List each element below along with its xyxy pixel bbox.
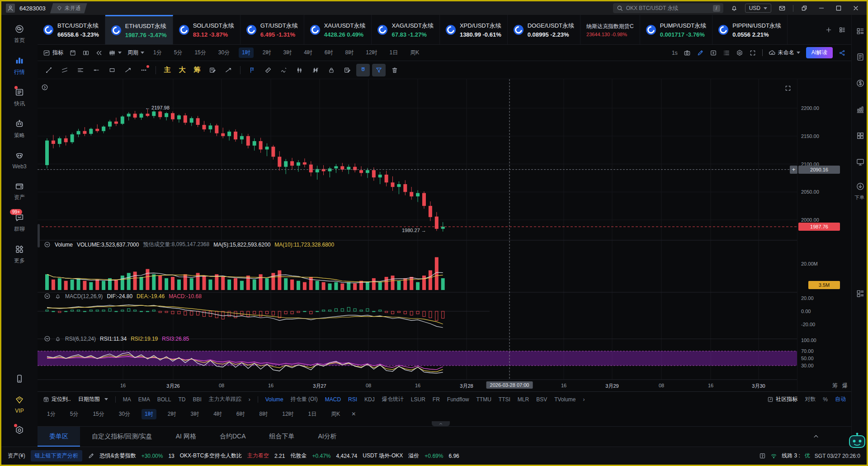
indicator-item[interactable]: ›: [249, 396, 250, 403]
parallel-channel-button[interactable]: [58, 64, 71, 76]
arrow-line-button[interactable]: [222, 64, 235, 76]
status-item[interactable]: 链上链下资产分析: [31, 450, 82, 461]
sidebar-item-更多[interactable]: 更多: [14, 244, 25, 265]
rectangle-tool-button[interactable]: [105, 64, 119, 76]
ticker-tab[interactable]: GT/USDT永续6.495 -1.31%: [241, 15, 304, 44]
layout-grid-button[interactable]: [855, 289, 865, 299]
period-button[interactable]: 1日: [387, 48, 401, 58]
indicator-item[interactable]: EMA: [138, 396, 150, 403]
save-layout-button[interactable]: [69, 49, 76, 57]
period-button[interactable]: 3时: [280, 48, 295, 58]
grid-panel-button[interactable]: [855, 131, 865, 141]
sidebar-item-快讯[interactable]: 快讯: [14, 87, 25, 108]
price-axis[interactable]: 2200.002150.002100.002050.002000.0020.00…: [797, 79, 850, 391]
notes-button[interactable]: [340, 64, 354, 76]
chev-circle-icon[interactable]: [44, 293, 51, 300]
interval-button[interactable]: 4时: [210, 409, 225, 419]
ticker-tab[interactable]: PIPPIN/USDT永续0.0556 2.21%: [712, 15, 788, 44]
indicator-item[interactable]: MACD: [325, 396, 341, 403]
ai-explain-button[interactable]: AI解读: [806, 47, 833, 58]
indicator-item[interactable]: MLR: [518, 396, 529, 403]
annotate-button[interactable]: [697, 49, 704, 57]
account-status-badge[interactable]: 未开通: [50, 3, 87, 14]
sidebar-item-资产[interactable]: 资产: [14, 181, 25, 201]
interval-button[interactable]: 周K: [328, 409, 343, 419]
ticker-tab[interactable]: PUMP/USDT永续0.001717 -3.76%: [640, 15, 713, 44]
ticker-list-button[interactable]: [839, 26, 846, 33]
sidebar-item-phone[interactable]: [14, 374, 24, 384]
mail-button[interactable]: [776, 3, 788, 14]
sidebar-item-Web3[interactable]: Web3: [12, 151, 26, 170]
glyph-button-1[interactable]: 大: [176, 66, 189, 74]
axis-toggle-buttons[interactable]: 筹爆: [832, 382, 848, 390]
interval-button[interactable]: 2时: [165, 409, 179, 419]
sidebar-item-gear-hex[interactable]: [14, 425, 24, 435]
period-button[interactable]: 1时: [239, 48, 254, 58]
period-button[interactable]: 周K: [407, 48, 422, 58]
ticker-tab[interactable]: XAG/USDT永续67.83 -1.27%: [372, 15, 439, 44]
sidebar-item-首页[interactable]: 首页: [14, 24, 25, 44]
interval-button[interactable]: 15分: [90, 409, 107, 419]
add-ticker-button[interactable]: [825, 26, 832, 33]
period-button[interactable]: 5分: [171, 48, 186, 58]
tab-自定义指标/回测/实盘[interactable]: 自定义指标/回测/实盘: [80, 427, 164, 447]
glyph-button-2[interactable]: 筹: [191, 66, 203, 74]
interval-button[interactable]: 5分: [67, 409, 82, 419]
indicator-item[interactable]: Fundflow: [447, 396, 469, 403]
indicator-item[interactable]: LSUR: [411, 396, 425, 403]
notifications-button[interactable]: [728, 3, 741, 14]
price-flag-button[interactable]: [245, 64, 259, 76]
indicator-item[interactable]: %: [823, 396, 828, 403]
ticker-tab[interactable]: ETH/USDT永续1987.76 -3.47%: [105, 15, 173, 44]
search-input[interactable]: OKX BTC/USDT 永续 /: [613, 3, 723, 13]
interval-button[interactable]: 3时: [187, 409, 202, 419]
period-menu[interactable]: 周期: [127, 49, 144, 57]
question-icon[interactable]: [759, 452, 766, 459]
lock-drawings-button[interactable]: [325, 64, 338, 76]
fullscreen-button[interactable]: [749, 49, 756, 57]
screener-panel-button[interactable]: [855, 157, 865, 167]
indicator-item[interactable]: BBI: [193, 396, 201, 403]
indicator-item[interactable]: TVolume: [554, 396, 576, 403]
measure-button[interactable]: [261, 64, 275, 76]
tab-组合下单[interactable]: 组合下单: [257, 427, 306, 447]
watchlist-panel-button[interactable]: [855, 26, 865, 36]
minimize-button[interactable]: [815, 3, 828, 14]
strike-pattern-button[interactable]: [309, 64, 322, 76]
indicator-item[interactable]: TTMU: [476, 396, 491, 403]
bell-icon[interactable]: [55, 336, 61, 342]
screenshot-button[interactable]: [684, 49, 691, 57]
period-button[interactable]: 8时: [342, 48, 357, 58]
wifi-icon[interactable]: [770, 452, 777, 459]
indicator-item[interactable]: 日期范围: [78, 395, 108, 403]
tab-AI分析[interactable]: AI分析: [306, 427, 348, 447]
glyph-button-0[interactable]: 主: [161, 66, 174, 74]
pane-maximize-button[interactable]: [784, 85, 792, 92]
bell-icon[interactable]: [55, 293, 61, 300]
indicator-item[interactable]: Volume: [265, 396, 283, 403]
interval-button[interactable]: 6时: [233, 409, 248, 419]
delete-drawings-button[interactable]: [388, 64, 401, 76]
ticker-tab[interactable]: XAU/USDT永续4428.26 0.49%: [304, 15, 372, 44]
indicator-item[interactable]: 自动: [835, 395, 846, 403]
layout-menu[interactable]: 未命名: [769, 49, 800, 57]
pattern-button[interactable]: [293, 64, 307, 76]
object-tree-button[interactable]: [723, 49, 730, 57]
indicator-item[interactable]: FR: [433, 396, 440, 403]
ticker-tab[interactable]: BTC/USDT永续66558.6 -3.23%: [38, 15, 105, 44]
ticker-tab[interactable]: XPD/USDT永续1380.99 -0.61%: [440, 15, 508, 44]
indicator-item[interactable]: TD: [178, 396, 185, 403]
chev-circle-icon[interactable]: [44, 241, 51, 248]
time-axis[interactable]: 163月2608163月2708163月28163月2908163月302026…: [38, 380, 797, 391]
tab-合约DCA[interactable]: 合约DCA: [208, 427, 258, 447]
currency-select[interactable]: USD: [745, 4, 771, 13]
interval-button[interactable]: 8时: [256, 409, 271, 419]
indicator-item[interactable]: 爆仓统计: [382, 395, 404, 403]
indicator-item[interactable]: 对数: [805, 395, 816, 403]
indicator-item[interactable]: BSV: [536, 396, 547, 403]
ticker-tab[interactable]: 纳斯达克指数期货C23644.130 -0.98%: [580, 15, 640, 44]
chev-circle-icon[interactable]: [44, 335, 51, 342]
period-button[interactable]: 30分: [215, 48, 233, 58]
close-button[interactable]: [849, 3, 862, 14]
indicator-item[interactable]: 主力大单跟踪: [209, 395, 241, 403]
